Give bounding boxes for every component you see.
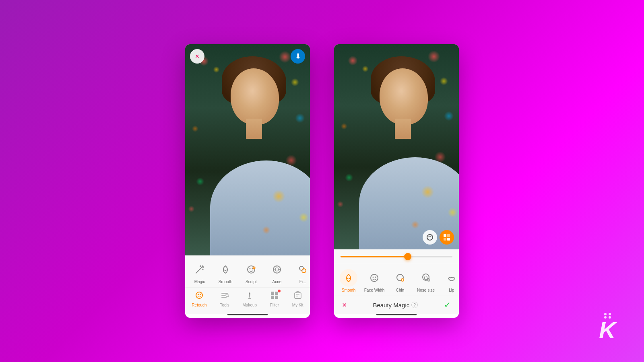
- svg-rect-23: [275, 292, 278, 295]
- tool-nose-size[interactable]: Nose size: [416, 269, 436, 292]
- tool-lip[interactable]: Lip: [442, 269, 459, 292]
- hair: [222, 56, 286, 105]
- tools-toolbar-right: Smooth Face Width: [334, 264, 459, 296]
- tools-row-right: Smooth Face Width: [334, 267, 459, 294]
- beauty-magic-title: Beauty Magic: [373, 302, 409, 309]
- k-letter: K: [599, 319, 616, 342]
- compare-icons: [423, 230, 454, 245]
- face: [231, 68, 279, 125]
- svg-rect-15: [221, 293, 228, 294]
- svg-rect-33: [447, 238, 450, 241]
- beauty-magic-cancel[interactable]: ×: [342, 300, 347, 310]
- filter-nav-label: Filter: [270, 303, 279, 307]
- close-button[interactable]: ×: [190, 49, 204, 64]
- svg-point-18: [226, 294, 228, 296]
- nav-filter[interactable]: Filter: [270, 291, 279, 307]
- svg-rect-30: [444, 234, 446, 237]
- svg-rect-20: [249, 293, 250, 294]
- tool-magic[interactable]: Magic: [190, 261, 209, 284]
- svg-rect-16: [221, 295, 225, 296]
- svg-rect-24: [271, 296, 274, 299]
- compare-split-btn[interactable]: [440, 230, 454, 245]
- svg-point-1: [250, 268, 251, 269]
- k-dot-2: [609, 313, 611, 315]
- svg-point-29: [427, 234, 433, 240]
- filter-icon: [294, 261, 310, 278]
- retouch-label: Retouch: [192, 303, 206, 307]
- svg-point-35: [373, 277, 374, 278]
- nav-mykit[interactable]: My Kit: [292, 291, 303, 307]
- k-logo-area: K: [599, 313, 616, 342]
- smooth-icon-right: [340, 269, 357, 287]
- tool-face-width[interactable]: Face Width: [365, 269, 384, 292]
- lip-icon: [443, 269, 459, 287]
- svg-rect-31: [447, 234, 450, 237]
- chin-label: Chin: [396, 288, 405, 292]
- nose-size-label: Nose size: [417, 288, 435, 292]
- nav-makeup[interactable]: Makeup: [242, 291, 257, 307]
- body: [210, 160, 310, 255]
- svg-point-10: [299, 266, 303, 270]
- tool-chin[interactable]: Chin: [390, 269, 410, 292]
- svg-rect-17: [221, 297, 227, 298]
- face-right: [380, 68, 428, 125]
- tool-smooth[interactable]: Smooth: [216, 261, 235, 284]
- photo-area-left: × ⬇: [185, 44, 310, 255]
- mykit-icon: [293, 291, 302, 302]
- tool-sculpt[interactable]: Sculpt: [242, 261, 261, 284]
- makeup-icon: [245, 291, 254, 302]
- svg-rect-22: [271, 292, 274, 295]
- nav-retouch[interactable]: Retouch: [192, 291, 206, 307]
- tools-icon: [220, 291, 229, 302]
- acne-label: Acne: [272, 280, 282, 284]
- tools-label: Tools: [220, 303, 229, 307]
- home-indicator-right: [376, 314, 417, 315]
- tools-row-left: Magic Smooth: [185, 259, 310, 286]
- nav-tools[interactable]: Tools: [220, 291, 229, 307]
- svg-point-12: [196, 292, 202, 298]
- hair-right: [371, 56, 435, 105]
- bottom-nav-left: Retouch Tools: [185, 287, 310, 314]
- svg-point-36: [375, 277, 376, 278]
- download-button[interactable]: ⬇: [291, 49, 305, 64]
- phone-left: × ⬇ Magic: [185, 44, 310, 318]
- svg-line-19: [228, 296, 229, 297]
- svg-rect-32: [444, 238, 446, 241]
- svg-rect-25: [275, 296, 278, 299]
- neck: [246, 119, 262, 139]
- compare-original-btn[interactable]: [423, 230, 437, 245]
- tool-filter[interactable]: Fi...: [293, 261, 310, 284]
- retouch-icon: [195, 291, 204, 302]
- filter-dot: [278, 290, 281, 292]
- slider-thumb[interactable]: [404, 253, 411, 260]
- tool-acne[interactable]: Acne: [267, 261, 287, 284]
- lip-label: Lip: [449, 288, 454, 292]
- beauty-magic-bar: × Beauty Magic ? ✓: [334, 296, 459, 314]
- phones-container: × ⬇ Magic: [185, 44, 459, 318]
- home-indicator-left: [227, 314, 268, 315]
- slider-fill: [341, 256, 408, 257]
- photo-area-right: [334, 44, 459, 249]
- svg-point-11: [302, 269, 306, 273]
- slider-track[interactable]: [341, 256, 452, 257]
- svg-point-13: [198, 294, 199, 295]
- smooth-label: Smooth: [219, 280, 232, 284]
- tool-smooth-right[interactable]: Smooth: [339, 269, 358, 292]
- phone-right: Smooth Face Width: [334, 44, 459, 318]
- svg-point-34: [371, 274, 378, 282]
- svg-point-5: [275, 268, 279, 271]
- portrait-left: [185, 44, 310, 255]
- beauty-magic-question-icon[interactable]: ?: [411, 302, 418, 308]
- face-width-icon: [365, 269, 383, 287]
- slider-area[interactable]: [334, 249, 459, 264]
- portrait-right: [334, 44, 459, 249]
- tools-toolbar-left: Magic Smooth: [185, 255, 310, 287]
- filter-label: Fi...: [299, 280, 306, 284]
- neck-right: [395, 119, 411, 139]
- smooth-right-label: Smooth: [342, 288, 355, 292]
- beauty-magic-confirm[interactable]: ✓: [444, 300, 451, 310]
- acne-icon: [268, 261, 286, 278]
- sculpt-icon: [242, 261, 260, 278]
- smooth-icon: [217, 261, 234, 278]
- sculpt-label: Sculpt: [246, 280, 257, 284]
